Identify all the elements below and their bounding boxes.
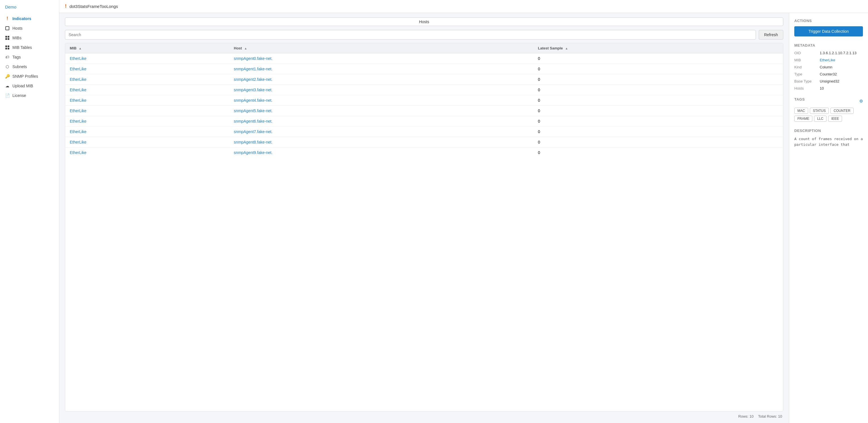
host-cell[interactable]: snmpAgent6.fake-net. (229, 116, 533, 126)
rows-count: Rows: 10 (738, 414, 754, 419)
meta-mib-row: MIB EtherLike (794, 58, 863, 62)
sidebar-item-label-snmp-profiles: SNMP Profiles (12, 74, 38, 79)
meta-kind-row: Kind Column (794, 65, 863, 69)
mib-cell[interactable]: EtherLike (65, 85, 229, 95)
refresh-button[interactable]: Refresh (759, 30, 783, 39)
col-host-sort-icon: ▲ (244, 47, 247, 50)
mib-cell[interactable]: EtherLike (65, 147, 229, 158)
sidebar-item-label-indicators: Indicators (12, 17, 31, 21)
table-row: EtherLikesnmpAgent0.fake-net.0 (65, 53, 783, 64)
meta-oid-row: OID 1.3.6.1.2.1.10.7.2.1.13 (794, 51, 863, 55)
col-mib[interactable]: MIB ▲ (65, 43, 229, 53)
host-cell[interactable]: snmpAgent1.fake-net. (229, 64, 533, 74)
trigger-data-collection-button[interactable]: Trigger Data Collection (794, 26, 863, 36)
table-footer: Rows: 10 Total Rows: 10 (65, 412, 783, 419)
sidebar-item-label-mib-tables: MIB Tables (12, 45, 32, 50)
sidebar-demo-label[interactable]: Demo (0, 4, 59, 14)
meta-type-label: Type (794, 72, 817, 76)
metadata-section: Metadata OID 1.3.6.1.2.1.10.7.2.1.13 MIB… (794, 43, 863, 90)
col-mib-sort-icon: ▲ (79, 47, 82, 50)
table-row: EtherLikesnmpAgent3.fake-net.0 (65, 85, 783, 95)
mib-cell[interactable]: EtherLike (65, 64, 229, 74)
page-header-icon: ! (65, 3, 67, 9)
sidebar: Demo ! Indicators Hosts MIBs MIB Tables … (0, 0, 59, 423)
mibs-icon (5, 36, 9, 40)
page-title: dot3StatsFrameTooLongs (69, 4, 118, 9)
table-section: Hosts Refresh MIB ▲ Host (59, 13, 789, 423)
description-text: A count of frames received on a particul… (794, 136, 863, 147)
mib-cell[interactable]: EtherLike (65, 53, 229, 64)
total-rows-count: Total Rows: 10 (758, 414, 782, 419)
col-latest-sample[interactable]: Latest Sample ▲ (533, 43, 783, 53)
tags-gear-icon[interactable]: ⚙ (859, 98, 863, 104)
hosts-table: MIB ▲ Host ▲ Latest Sample ▲ (65, 43, 783, 158)
snmp-profiles-icon: 🔑 (5, 74, 9, 79)
latest-sample-cell: 0 (533, 126, 783, 137)
mib-cell[interactable]: EtherLike (65, 116, 229, 126)
sidebar-item-tags[interactable]: 🏷 Tags (0, 52, 59, 62)
sidebar-item-subnets[interactable]: ⬡ Subnets (0, 62, 59, 72)
indicator-icon: ! (5, 17, 9, 21)
host-cell[interactable]: snmpAgent4.fake-net. (229, 95, 533, 106)
license-icon: 📄 (5, 93, 9, 98)
main-area: ! dot3StatsFrameTooLongs Hosts Refresh M… (59, 0, 868, 423)
hosts-tab-button[interactable]: Hosts (65, 18, 783, 26)
tags-section-title: Tags (794, 97, 805, 102)
meta-hosts-row: Hosts 10 (794, 86, 863, 90)
col-host-label: Host (234, 46, 242, 50)
meta-base-type-value: Unsigned32 (820, 79, 839, 83)
host-cell[interactable]: snmpAgent5.fake-net. (229, 106, 533, 116)
sidebar-item-mib-tables[interactable]: MIB Tables (0, 43, 59, 52)
sidebar-item-hosts[interactable]: Hosts (0, 24, 59, 33)
data-table: MIB ▲ Host ▲ Latest Sample ▲ (65, 43, 783, 412)
sidebar-item-label-license: License (12, 93, 26, 98)
table-row: EtherLikesnmpAgent1.fake-net.0 (65, 64, 783, 74)
latest-sample-cell: 0 (533, 53, 783, 64)
latest-sample-cell: 0 (533, 106, 783, 116)
table-row: EtherLikesnmpAgent9.fake-net.0 (65, 147, 783, 158)
page-header: ! dot3StatsFrameTooLongs (59, 0, 868, 13)
description-section: Description A count of frames received o… (794, 129, 863, 147)
col-latest-sample-label: Latest Sample (538, 46, 563, 50)
content-area: Hosts Refresh MIB ▲ Host (59, 13, 868, 423)
sidebar-item-snmp-profiles[interactable]: 🔑 SNMP Profiles (0, 72, 59, 81)
latest-sample-cell: 0 (533, 147, 783, 158)
metadata-title: Metadata (794, 43, 863, 48)
tag-pill[interactable]: IEEE (828, 116, 842, 122)
col-host[interactable]: Host ▲ (229, 43, 533, 53)
host-cell[interactable]: snmpAgent2.fake-net. (229, 74, 533, 85)
host-cell[interactable]: snmpAgent3.fake-net. (229, 85, 533, 95)
sidebar-item-label-hosts: Hosts (12, 26, 23, 30)
sidebar-item-indicators[interactable]: ! Indicators (0, 14, 59, 24)
col-latest-sample-sort-icon: ▲ (565, 47, 568, 50)
meta-mib-value[interactable]: EtherLike (820, 58, 835, 62)
meta-base-type-label: Base Type (794, 79, 817, 83)
host-cell[interactable]: snmpAgent0.fake-net. (229, 53, 533, 64)
table-row: EtherLikesnmpAgent4.fake-net.0 (65, 95, 783, 106)
search-input[interactable] (65, 30, 756, 39)
sidebar-item-license[interactable]: 📄 License (0, 91, 59, 100)
sidebar-item-upload-mib[interactable]: ☁ Upload MIB (0, 81, 59, 91)
table-row: EtherLikesnmpAgent6.fake-net.0 (65, 116, 783, 126)
host-cell[interactable]: snmpAgent7.fake-net. (229, 126, 533, 137)
latest-sample-cell: 0 (533, 74, 783, 85)
tag-pill[interactable]: COUNTER (831, 108, 853, 114)
tag-pill[interactable]: STATUS (810, 108, 829, 114)
mib-cell[interactable]: EtherLike (65, 95, 229, 106)
mib-cell[interactable]: EtherLike (65, 126, 229, 137)
mib-cell[interactable]: EtherLike (65, 106, 229, 116)
subnets-icon: ⬡ (5, 64, 9, 69)
actions-section-title: Actions (794, 19, 863, 23)
tag-pill[interactable]: LLC (814, 116, 827, 122)
sidebar-item-mibs[interactable]: MIBs (0, 33, 59, 43)
sidebar-item-label-subnets: Subnets (12, 64, 27, 69)
tags-header: Tags ⚙ (794, 97, 863, 105)
tag-pill[interactable]: MAC (794, 108, 808, 114)
mib-cell[interactable]: EtherLike (65, 137, 229, 147)
tag-pill[interactable]: FRAME (794, 116, 812, 122)
table-row: EtherLikesnmpAgent7.fake-net.0 (65, 126, 783, 137)
host-cell[interactable]: snmpAgent9.fake-net. (229, 147, 533, 158)
host-cell[interactable]: snmpAgent8.fake-net. (229, 137, 533, 147)
table-row: EtherLikesnmpAgent2.fake-net.0 (65, 74, 783, 85)
mib-cell[interactable]: EtherLike (65, 74, 229, 85)
